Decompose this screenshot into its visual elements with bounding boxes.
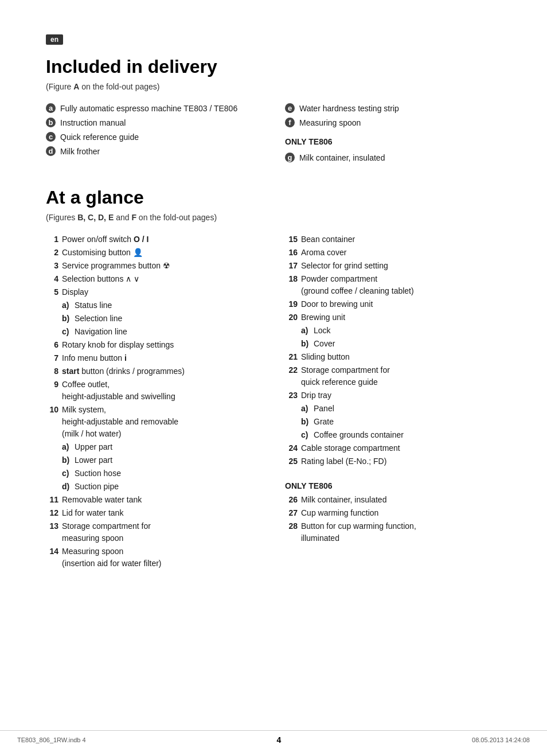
glance-subtitle: (Figures B, C, D, E and F on the fold-ou… (46, 213, 501, 222)
only-te806-label-1: ONLY TE806 (285, 137, 501, 146)
list-item: 19 Door to brewing unit (285, 298, 501, 310)
item-desc-26: Milk container, insulated (301, 494, 501, 506)
sub-20b-text: Cover (314, 338, 501, 350)
item-num-14: 14 (46, 545, 58, 558)
only-te806-label-2: ONLY TE806 (285, 481, 501, 490)
section-glance: At a glance (Figures B, C, D, E and F on… (46, 187, 501, 571)
item-num-10: 10 (46, 404, 58, 416)
list-item: a Fully automatic espresso machine TE803… (46, 103, 262, 115)
item-num-28: 28 (285, 520, 298, 532)
item-desc-25: Rating label (E-No.; FD) (301, 455, 501, 467)
page: en Included in delivery (Figure A on the… (0, 0, 547, 756)
sub-23b-text: Grate (314, 416, 501, 428)
sub-20b-label: b) (301, 338, 310, 350)
item-text-g: Milk container, insulated (299, 152, 501, 164)
item-num-19: 19 (285, 298, 298, 310)
list-item: b) Lower part (46, 454, 262, 466)
item-num-15: 15 (285, 233, 298, 245)
item-num-27: 27 (285, 507, 298, 519)
item-desc-11: Removable water tank (62, 494, 262, 506)
item-text-e: Water hardness testing strip (299, 103, 501, 115)
sub-10d-label: d) (62, 481, 71, 493)
list-item: 6 Rotary knob for display settings (46, 339, 262, 351)
footer: TE803_806_1RW.indb 4 4 08.05.2013 14:24:… (0, 730, 547, 745)
list-item: 18 Powder compartment(ground coffee / cl… (285, 273, 501, 297)
item-num-8: 8 (46, 365, 58, 377)
item-desc-9: Coffee outlet,height-adjustable and swiv… (62, 379, 262, 403)
item-num-9: 9 (46, 379, 58, 391)
sub-10b-label: b) (62, 454, 71, 466)
item-desc-16: Aroma cover (301, 247, 501, 259)
item-desc-22: Storage compartment forquick reference g… (301, 364, 501, 388)
list-item: 23 Drip tray (285, 389, 501, 402)
list-item: c) Suction hose (46, 467, 262, 480)
item-id-f: f (285, 118, 295, 127)
sub-10a-text: Upper part (75, 441, 262, 453)
list-item: c Quick reference guide (46, 131, 262, 143)
list-item: b Instruction manual (46, 117, 262, 129)
delivery-right-col: e Water hardness testing strip f Measuri… (285, 103, 501, 164)
sub-20a-text: Lock (314, 325, 501, 337)
item-desc-27: Cup warming function (301, 507, 501, 519)
list-item: a) Status line (46, 299, 262, 311)
list-item: 9 Coffee outlet,height-adjustable and sw… (46, 379, 262, 403)
item-desc-5: Display (62, 286, 262, 298)
list-item: b) Grate (285, 416, 501, 428)
delivery-subtitle: (Figure A on the fold-out pages) (46, 82, 501, 91)
item-num-26: 26 (285, 494, 298, 506)
item-id-a: a (46, 103, 56, 113)
sub-5b-label: b) (62, 313, 71, 325)
item-num-24: 24 (285, 442, 298, 454)
list-item: 7 Info menu button i (46, 352, 262, 364)
list-item: 21 Sliding button (285, 351, 501, 363)
item-desc-12: Lid for water tank (62, 507, 262, 519)
list-item: 8 start button (drinks / programmes) (46, 365, 262, 377)
glance-title: At a glance (46, 187, 501, 208)
section-delivery: Included in delivery (Figure A on the fo… (46, 56, 501, 164)
item-num-18: 18 (285, 273, 298, 285)
footer-page: 4 (276, 735, 281, 745)
lang-label: en (46, 34, 63, 45)
item-desc-13: Storage compartment formeasuring spoon (62, 520, 262, 544)
item-text-c: Quick reference guide (60, 131, 262, 143)
list-item: d) Suction pipe (46, 481, 262, 493)
list-item: 22 Storage compartment forquick referenc… (285, 364, 501, 388)
item-desc-23: Drip tray (301, 389, 501, 402)
item-text-a: Fully automatic espresso machine TE803 /… (60, 103, 262, 115)
item-num-21: 21 (285, 351, 298, 363)
list-item: 25 Rating label (E-No.; FD) (285, 455, 501, 467)
item-text-b: Instruction manual (60, 117, 262, 129)
item-desc-10: Milk system,height-adjustable and remova… (62, 404, 262, 440)
item-desc-3: Service programmes button ☢ (62, 260, 262, 272)
item-text-d: Milk frother (60, 146, 262, 158)
list-item: d Milk frother (46, 146, 262, 158)
list-item: 11 Removable water tank (46, 494, 262, 506)
sub-23c-text: Coffee grounds container (314, 429, 501, 441)
footer-left: TE803_806_1RW.indb 4 (17, 736, 86, 743)
delivery-grid: a Fully automatic espresso machine TE803… (46, 103, 501, 164)
item-num-1: 1 (46, 233, 58, 245)
sub-5c-text: Navigation line (75, 326, 262, 338)
lang-badge: en (46, 34, 501, 56)
item-desc-28: Button for cup warming function,illumina… (301, 520, 501, 544)
sub-23b-label: b) (301, 416, 310, 428)
delivery-title: Included in delivery (46, 56, 501, 77)
footer-right: 08.05.2013 14:24:08 (472, 736, 530, 743)
sub-23a-text: Panel (314, 403, 501, 415)
list-item: 13 Storage compartment formeasuring spoo… (46, 520, 262, 544)
sub-23c-label: c) (301, 429, 310, 441)
item-num-13: 13 (46, 520, 58, 532)
sub-10d-text: Suction pipe (75, 481, 262, 493)
item-num-5: 5 (46, 286, 58, 298)
item-id-d: d (46, 146, 56, 156)
list-item: 1 Power on/off switch O / I (46, 233, 262, 245)
list-item: 3 Service programmes button ☢ (46, 260, 262, 272)
item-desc-17: Selector for grind setting (301, 260, 501, 272)
item-num-25: 25 (285, 455, 298, 467)
list-item: 20 Brewing unit (285, 311, 501, 324)
list-item: 14 Measuring spoon(insertion aid for wat… (46, 545, 262, 570)
item-desc-4: Selection buttons ∧ ∨ (62, 273, 262, 285)
item-desc-18: Powder compartment(ground coffee / clean… (301, 273, 501, 297)
item-id-b: b (46, 118, 56, 127)
item-num-4: 4 (46, 273, 58, 285)
